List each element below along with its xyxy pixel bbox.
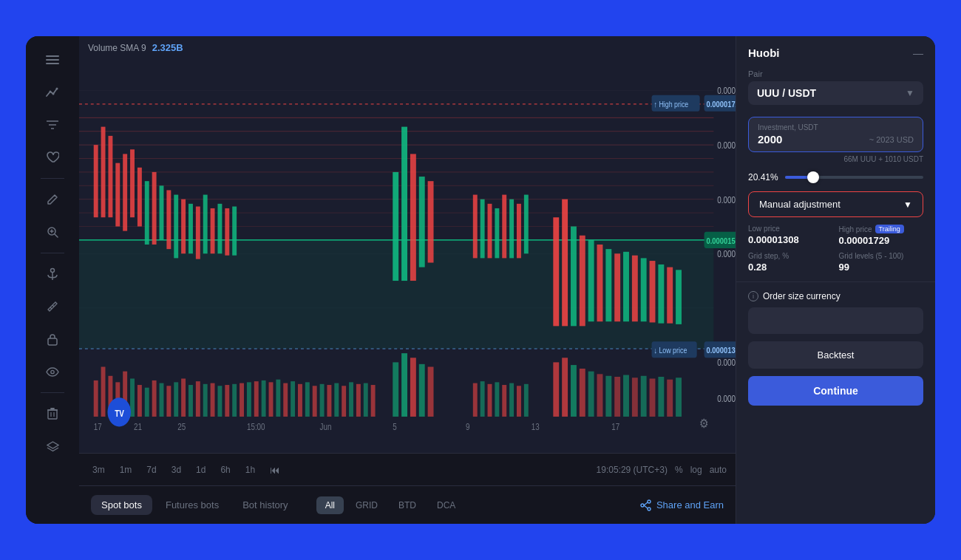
ruler-icon[interactable] bbox=[38, 292, 67, 321]
grid-levels-value: 99 bbox=[839, 262, 924, 273]
grid-levels-cell: Grid levels (5 - 100) 99 bbox=[839, 252, 924, 273]
svg-rect-105 bbox=[189, 385, 193, 417]
svg-rect-148 bbox=[588, 372, 594, 417]
lock-icon[interactable] bbox=[38, 324, 67, 354]
svg-text:5: 5 bbox=[393, 422, 396, 431]
continue-button[interactable]: Continue bbox=[748, 376, 923, 406]
trash-icon[interactable] bbox=[38, 399, 67, 428]
manual-adjustment-button[interactable]: Manual adjustment ▼ bbox=[748, 191, 923, 217]
futures-bots-tab[interactable]: Futures bots bbox=[155, 495, 229, 515]
svg-rect-49 bbox=[130, 149, 135, 217]
svg-line-16 bbox=[52, 305, 54, 307]
svg-text:17: 17 bbox=[94, 422, 102, 431]
svg-rect-143 bbox=[524, 384, 529, 417]
svg-text:↓ Low price: ↓ Low price bbox=[653, 346, 687, 355]
manual-adjustment-label: Manual adjustment bbox=[759, 199, 841, 210]
svg-rect-111 bbox=[232, 384, 237, 417]
svg-rect-74 bbox=[509, 199, 514, 259]
svg-point-13 bbox=[51, 269, 55, 273]
svg-text:Jun: Jun bbox=[320, 422, 332, 431]
svg-rect-63 bbox=[232, 207, 237, 256]
investment-input[interactable] bbox=[758, 133, 817, 146]
svg-rect-127 bbox=[349, 382, 353, 417]
backtest-button[interactable]: Backtest bbox=[748, 341, 923, 369]
auto-toggle[interactable]: auto bbox=[710, 465, 727, 475]
heart-icon[interactable] bbox=[38, 143, 67, 172]
svg-rect-103 bbox=[174, 382, 178, 417]
slider-thumb[interactable] bbox=[807, 171, 819, 183]
zoom-icon[interactable] bbox=[38, 217, 67, 247]
svg-line-191 bbox=[644, 505, 648, 508]
spot-bots-tab[interactable]: Spot bots bbox=[91, 495, 152, 515]
timeframe-1d[interactable]: 1d bbox=[191, 462, 210, 477]
log-toggle[interactable]: log bbox=[690, 465, 702, 475]
svg-rect-153 bbox=[632, 378, 638, 417]
svg-rect-88 bbox=[650, 261, 656, 322]
investment-field[interactable]: Investment, USDT ~ 2023 USD bbox=[748, 117, 923, 152]
low-price-value: 0.00001308 bbox=[748, 234, 833, 245]
svg-rect-100 bbox=[152, 380, 157, 417]
svg-rect-98 bbox=[137, 385, 142, 417]
svg-rect-61 bbox=[217, 204, 222, 253]
eye-icon[interactable] bbox=[38, 357, 67, 386]
svg-rect-64 bbox=[393, 172, 398, 281]
filter-grid[interactable]: GRID bbox=[347, 496, 387, 514]
pair-selector[interactable]: UUU / USDT ▼ bbox=[748, 81, 923, 105]
investment-slider[interactable] bbox=[785, 176, 923, 179]
svg-rect-110 bbox=[225, 385, 229, 417]
svg-text:9: 9 bbox=[466, 422, 469, 431]
timeframe-3m[interactable]: 3m bbox=[88, 462, 109, 477]
svg-rect-119 bbox=[291, 381, 295, 417]
svg-rect-67 bbox=[419, 177, 425, 267]
svg-text:TV: TV bbox=[115, 409, 124, 418]
timeframe-3d[interactable]: 3d bbox=[167, 462, 186, 477]
pencil-icon[interactable] bbox=[38, 185, 67, 214]
svg-rect-125 bbox=[334, 383, 339, 417]
svg-rect-157 bbox=[667, 380, 673, 417]
chart-svg-area[interactable]: 0.00001800 0.00001700 0.00001600 0.00001… bbox=[79, 36, 736, 453]
svg-rect-141 bbox=[509, 383, 514, 417]
main-area: Volume SMA 9 2.325B bbox=[79, 36, 736, 524]
timeframe-7d[interactable]: 7d bbox=[142, 462, 160, 477]
replay-icon[interactable]: ⏮ bbox=[265, 462, 285, 478]
panel-close-button[interactable]: — bbox=[913, 47, 923, 59]
timeframe-6h[interactable]: 6h bbox=[216, 462, 234, 477]
chart-container: Volume SMA 9 2.325B bbox=[79, 36, 736, 453]
svg-text:0.00001308: 0.00001308 bbox=[707, 345, 736, 355]
percent-toggle[interactable]: % bbox=[675, 465, 683, 475]
anchor-icon[interactable] bbox=[38, 259, 67, 289]
svg-rect-130 bbox=[371, 385, 376, 417]
filter-btd[interactable]: BTD bbox=[390, 496, 425, 514]
svg-rect-91 bbox=[676, 270, 682, 324]
share-earn-button[interactable]: Share and Earn bbox=[640, 499, 724, 511]
svg-rect-124 bbox=[327, 385, 331, 417]
bot-history-tab[interactable]: Bot history bbox=[232, 495, 298, 515]
right-panel: Huobi — Pair UUU / USDT ▼ Investment, US… bbox=[736, 36, 935, 524]
grid-levels-label: Grid levels (5 - 100) bbox=[839, 252, 924, 260]
svg-rect-139 bbox=[495, 382, 499, 417]
svg-text:0.00001400: 0.00001400 bbox=[717, 249, 736, 259]
menu-icon[interactable] bbox=[38, 45, 67, 75]
svg-point-187 bbox=[648, 500, 651, 503]
svg-rect-144 bbox=[553, 362, 559, 417]
layers-icon[interactable] bbox=[38, 431, 67, 461]
order-size-selector[interactable] bbox=[748, 307, 923, 334]
svg-rect-112 bbox=[240, 383, 244, 417]
svg-rect-68 bbox=[428, 181, 434, 262]
svg-rect-129 bbox=[364, 383, 368, 417]
chart-line-icon[interactable] bbox=[38, 78, 67, 107]
svg-rect-83 bbox=[605, 249, 611, 321]
sidebar-divider-2 bbox=[41, 253, 64, 253]
volume-sma-value: 2.325B bbox=[152, 42, 183, 53]
panel-header: Huobi — bbox=[736, 36, 935, 65]
high-price-value: 0.00001729 bbox=[839, 235, 924, 246]
filter-dca[interactable]: DCA bbox=[428, 496, 464, 514]
filter-all[interactable]: All bbox=[316, 496, 344, 514]
svg-rect-92 bbox=[94, 380, 98, 417]
filter-icon[interactable] bbox=[38, 110, 67, 140]
bot-bar: Spot bots Futures bots Bot history All G… bbox=[79, 485, 736, 524]
timeframe-1h[interactable]: 1h bbox=[241, 462, 259, 477]
timeframe-1m[interactable]: 1m bbox=[115, 462, 137, 477]
svg-line-190 bbox=[644, 502, 648, 505]
manual-adjustment-arrow-icon: ▼ bbox=[903, 199, 912, 210]
